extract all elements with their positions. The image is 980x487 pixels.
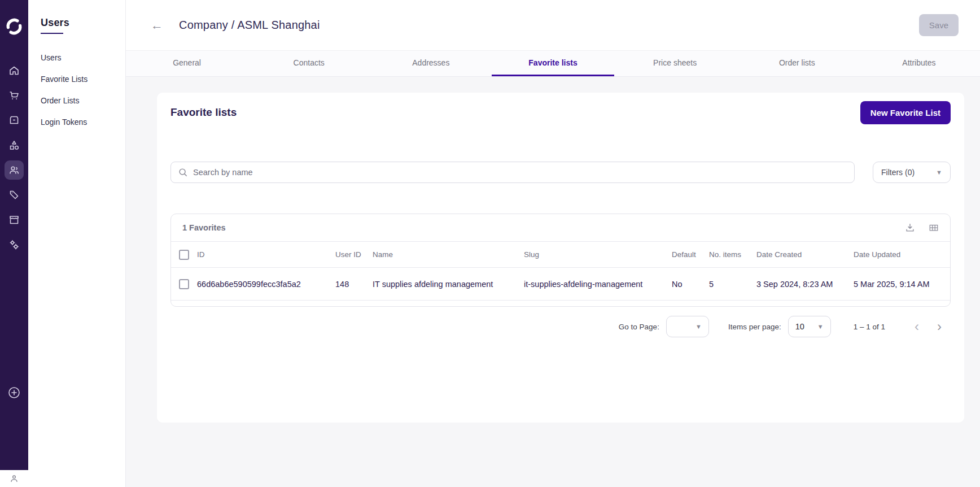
tab-general[interactable]: General [126,51,248,76]
search-filter-row: Filters (0) ▼ [170,162,951,183]
save-button[interactable]: Save [919,14,959,36]
search-icon [178,167,188,177]
users-icon[interactable] [5,160,24,180]
chevron-down-icon: ▼ [936,169,942,176]
chevron-down-icon: ▼ [817,323,824,330]
chevron-down-icon: ▼ [695,323,702,330]
sidebar-item-users[interactable]: Users [41,53,125,62]
tab-addresses[interactable]: Addresses [370,51,492,76]
settings-icon[interactable] [5,235,24,254]
pagination-range: 1 – 1 of 1 [854,323,885,331]
add-circle-icon[interactable] [5,383,24,402]
card-header: Favorite lists New Favorite List [170,101,951,124]
column-header-date-created[interactable]: Date Created [756,250,854,259]
sidebar-title-underline [41,33,63,34]
goto-page-label: Go to Page: [619,323,659,331]
store-icon[interactable] [5,210,24,229]
tab-bar: General Contacts Addresses Favorite list… [126,51,980,77]
filters-dropdown[interactable]: Filters (0) ▼ [873,162,951,183]
search-input[interactable] [193,168,847,177]
icon-rail [0,0,28,487]
column-header-id[interactable]: ID [197,250,335,259]
cell-no-items: 5 [709,280,756,289]
rail-nav [5,61,24,254]
select-all-checkbox[interactable] [179,250,189,260]
row-checkbox[interactable] [179,279,189,289]
page-title: Company / ASML Shanghai [179,19,320,32]
sidebar-item-order-lists[interactable]: Order Lists [41,96,125,105]
tab-contacts[interactable]: Contacts [248,51,370,76]
sidebar-section-title: Users [41,17,125,29]
cell-default: No [672,280,709,289]
filters-label: Filters (0) [881,168,915,177]
tab-favorite-lists[interactable]: Favorite lists [492,51,614,76]
items-per-page-value: 10 [795,322,804,331]
column-header-default[interactable]: Default [672,250,709,259]
items-per-page-select[interactable]: 10 ▼ [788,316,831,337]
pagination-bar: Go to Page: ▼ Items per page: 10 ▼ 1 – 1… [170,316,951,337]
tab-order-lists[interactable]: Order lists [736,51,858,76]
content-area: Favorite lists New Favorite List Filters… [126,77,980,487]
tag-icon[interactable] [5,185,24,205]
components-icon[interactable] [5,136,24,155]
sidebar-nav: Users Favorite Lists Order Lists Login T… [41,53,125,127]
next-page-icon[interactable]: › [928,320,951,333]
favorite-lists-card: Favorite lists New Favorite List Filters… [157,93,964,423]
table-toolbar: 1 Favorites [171,214,950,242]
profile-icon[interactable] [0,470,28,487]
column-header-no-items[interactable]: No. items [709,250,756,259]
sidebar-item-login-tokens[interactable]: Login Tokens [41,118,125,127]
column-header-name[interactable]: Name [373,250,524,259]
card-title: Favorite lists [170,106,237,119]
table-header-row: ID User ID Name Slug Default No. items D… [171,242,950,268]
columns-grid-icon[interactable] [929,223,939,233]
search-box [170,162,855,183]
sidebar-item-favorite-lists[interactable]: Favorite Lists [41,75,125,84]
secondary-sidebar: Users Users Favorite Lists Order Lists L… [28,0,126,487]
cell-slug: it-supplies-afdeling-management [524,280,672,289]
page-header: ← Company / ASML Shanghai Save [126,0,980,51]
cell-user-id: 148 [335,280,373,289]
app-window: Users Users Favorite Lists Order Lists L… [0,0,980,487]
brand-logo-icon[interactable] [3,16,25,37]
favorites-table-panel: 1 Favorites [170,214,951,307]
cell-date-updated: 5 Mar 2025, 9:14 AM [854,280,950,289]
column-header-date-updated[interactable]: Date Updated [854,250,950,259]
items-per-page-label: Items per page: [728,323,781,331]
new-favorite-list-button[interactable]: New Favorite List [860,101,951,124]
main-area: ← Company / ASML Shanghai Save General C… [126,0,980,487]
goto-page-select[interactable]: ▼ [666,316,709,337]
cart-icon[interactable] [5,86,24,105]
favorites-count: 1 Favorites [182,223,226,232]
cell-date-created: 3 Sep 2024, 8:23 AM [756,280,854,289]
column-header-user-id[interactable]: User ID [335,250,373,259]
tab-price-sheets[interactable]: Price sheets [614,51,736,76]
download-icon[interactable] [905,223,915,233]
basket-icon[interactable] [5,111,24,130]
column-header-slug[interactable]: Slug [524,250,672,259]
previous-page-icon[interactable]: ‹ [905,320,928,333]
tab-attributes[interactable]: Attributes [858,51,980,76]
table-row[interactable]: 66d6ab6e590599fecc3fa5a2 148 IT supplies… [171,268,950,301]
cell-name: IT supplies afdeling management [373,280,524,289]
cell-id: 66d6ab6e590599fecc3fa5a2 [197,280,335,289]
back-arrow-icon[interactable]: ← [151,19,163,32]
home-icon[interactable] [5,61,24,80]
